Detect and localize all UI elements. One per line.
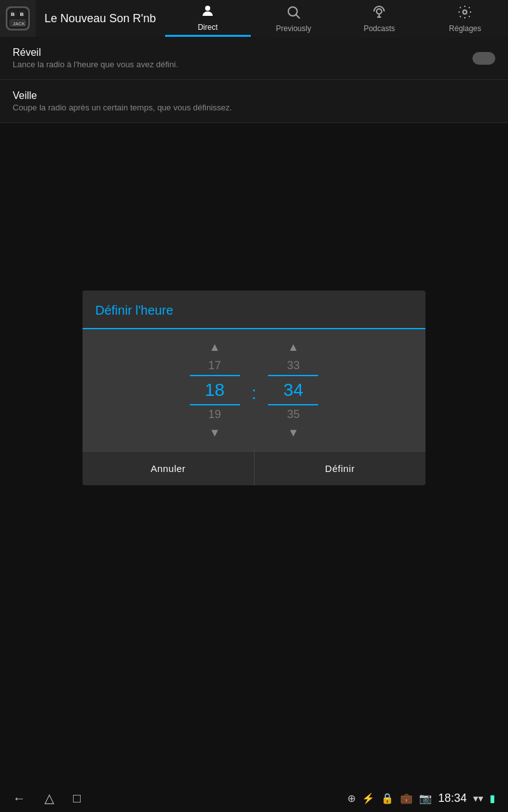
svg-point-13: [463, 10, 467, 14]
svg-point-7: [205, 6, 210, 11]
lock-icon: 🔒: [381, 792, 394, 804]
hour-up-arrow[interactable]: ▲: [196, 338, 233, 357]
svg-text:JACK: JACK: [13, 22, 25, 27]
camera-icon: 📷: [419, 792, 432, 804]
settings-item-veille: Veille Coupe la radio après un certain t…: [0, 80, 508, 123]
minute-down-arrow[interactable]: ▼: [275, 424, 312, 442]
wifi-icon: ▾▾: [473, 792, 483, 804]
home-button[interactable]: △: [44, 790, 54, 806]
tab-direct[interactable]: Direct: [165, 0, 251, 37]
tab-podcasts[interactable]: Podcasts: [337, 0, 422, 37]
confirm-button[interactable]: Définir: [255, 452, 426, 485]
minute-current[interactable]: 34: [268, 375, 318, 405]
tab-direct-label: Direct: [197, 23, 217, 32]
nav-buttons: ← △ □: [13, 790, 81, 806]
previously-icon: [286, 4, 301, 23]
reglages-icon: [457, 4, 472, 23]
settings-item-reveil[interactable]: Réveil Lance la radio à l'heure que vous…: [0, 37, 508, 80]
back-button[interactable]: ←: [13, 791, 25, 806]
minute-up-arrow[interactable]: ▲: [275, 338, 312, 357]
reveil-text: Réveil Lance la radio à l'heure que vous…: [13, 47, 178, 69]
app-title: Le Nouveau Son R'nb: [36, 12, 165, 25]
podcasts-icon: [371, 4, 387, 23]
veille-text: Veille Coupe la radio après un certain t…: [13, 90, 232, 112]
statusbar: ← △ □ ⊕ ⚡ 🔒 💼 📷 18:34 ▾▾ ▮: [0, 784, 508, 812]
minute-prev: 33: [287, 357, 300, 375]
reveil-title: Réveil: [13, 47, 178, 58]
app-logo: B B JACK: [0, 0, 36, 37]
hour-down-arrow[interactable]: ▼: [196, 424, 233, 442]
tab-reglages[interactable]: Réglages: [422, 0, 508, 37]
svg-point-8: [288, 7, 297, 16]
reveil-desc: Lance la radio à l'heure que vous avez d…: [13, 60, 178, 69]
svg-line-9: [297, 15, 300, 18]
nav-tabs: Direct Previously Podcasts: [165, 0, 508, 37]
svg-text:B: B: [11, 11, 15, 17]
usb-icon: ⚡: [362, 792, 375, 804]
bag-icon: 💼: [400, 792, 413, 804]
android-icon: ⊕: [347, 792, 356, 804]
status-time: 18:34: [438, 792, 467, 805]
tab-previously[interactable]: Previously: [251, 0, 337, 37]
hour-prev: 17: [208, 357, 221, 375]
hour-column: ▲ 17 18 19 ▼: [183, 338, 246, 442]
svg-point-10: [377, 9, 382, 14]
tab-previously-label: Previously: [276, 24, 311, 33]
time-picker-area: ▲ 17 18 19 ▼ : ▲ 33 34 35 ▼: [83, 329, 425, 451]
hour-next: 19: [208, 405, 221, 424]
main-content: Réveil Lance la radio à l'heure que vous…: [0, 37, 508, 123]
time-separator: :: [251, 377, 257, 403]
top-bar: B B JACK Le Nouveau Son R'nb Direct: [0, 0, 508, 37]
dialog-buttons: Annuler Définir: [83, 451, 425, 485]
minute-next: 35: [287, 405, 300, 424]
veille-title: Veille: [13, 90, 232, 102]
tab-reglages-label: Réglages: [449, 24, 481, 33]
hour-current[interactable]: 18: [190, 375, 240, 405]
time-dialog: Définir l'heure ▲ 17 18 19 ▼ : ▲ 33 34 3…: [83, 291, 425, 485]
recents-button[interactable]: □: [73, 791, 81, 806]
direct-icon: [200, 3, 215, 22]
reveil-toggle[interactable]: [472, 52, 495, 65]
minute-column: ▲ 33 34 35 ▼: [262, 338, 325, 442]
svg-text:B: B: [20, 11, 24, 17]
battery-icon: ▮: [490, 792, 495, 804]
statusbar-right: ⊕ ⚡ 🔒 💼 📷 18:34 ▾▾ ▮: [347, 792, 495, 805]
dialog-title: Définir l'heure: [83, 291, 425, 329]
app-logo-image: B B JACK: [6, 6, 30, 30]
cancel-button[interactable]: Annuler: [83, 452, 254, 485]
veille-desc: Coupe la radio après un certain temps, q…: [13, 103, 232, 112]
tab-podcasts-label: Podcasts: [364, 24, 395, 33]
